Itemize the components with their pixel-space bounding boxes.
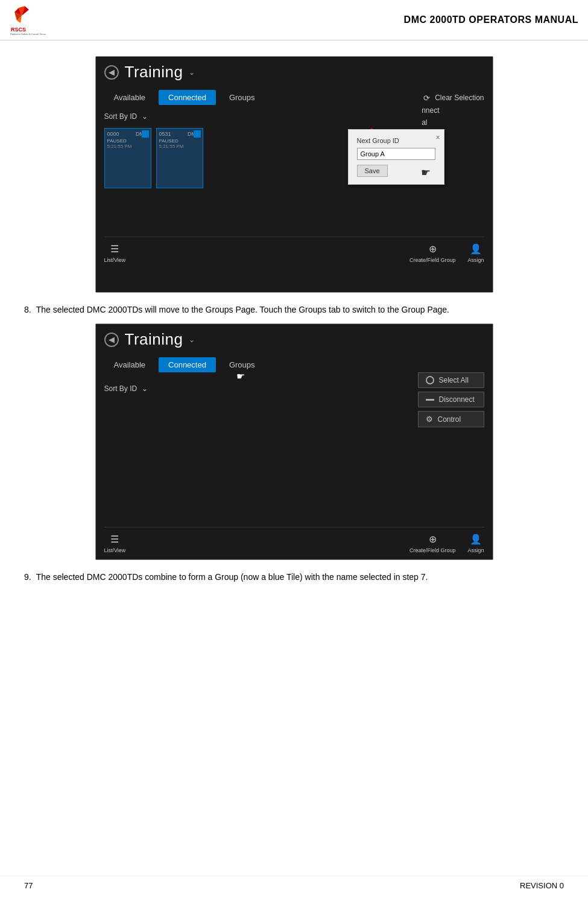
assign-label-2: Assign (467, 547, 484, 553)
app-header-1: ◀ Training ⌄ (104, 63, 484, 81)
rscs-logo: RSCS Radiation Safety & Control Services (10, 5, 46, 35)
screenshot-2: ◀ Training ⌄ Available Connected Groups … (95, 323, 493, 560)
clear-selection-btn[interactable]: ⟳ Clear Selection (422, 93, 484, 103)
tile-time-2: 5:21:55 PM (159, 144, 200, 149)
screenshot-1: ◀ Training ⌄ Available Connected Groups … (95, 56, 493, 293)
create-group-icon-2: ⊕ (426, 532, 439, 546)
list-icon-2: ☰ (108, 532, 121, 546)
create-group-icon: ⊕ (426, 242, 439, 255)
back-button-1[interactable]: ◀ (104, 65, 119, 80)
bottom-right-btns-2: ⊕ Create/Field Group 👤 Assign (409, 532, 484, 553)
cursor-hand-groups: ☛ (236, 371, 245, 382)
svg-text:Radiation Safety & Control Ser: Radiation Safety & Control Services (10, 33, 46, 35)
gear-icon: ⚙ (426, 415, 433, 424)
list-all-label: List/View (104, 257, 126, 263)
tile-status-2: PAUSED (159, 138, 200, 144)
dialog-close-btn[interactable]: × (435, 133, 440, 142)
tile-checkbox-1 (142, 130, 149, 138)
tab-connected-1[interactable]: Connected (159, 90, 216, 105)
dropdown-arrow-2[interactable]: ⌄ (189, 336, 195, 344)
cursor-hand-icon: ☛ (421, 166, 431, 179)
assign-icon: 👤 (469, 242, 482, 255)
tab-groups-1[interactable]: Groups (220, 90, 265, 105)
tab-available-2[interactable]: Available (104, 357, 156, 372)
select-all-btn[interactable]: Select All (418, 372, 484, 388)
connect-partial-label: nnect (422, 106, 439, 115)
connect-partial-btn[interactable]: nnect (422, 106, 484, 115)
group-id-input[interactable] (357, 148, 435, 160)
assign-btn-2[interactable]: 👤 Assign (467, 532, 484, 553)
step-8: 8. The selected DMC 2000TDs will move to… (24, 304, 564, 316)
device-tile-1[interactable]: 0000 DMC PAUSED 5:21:55 PM (104, 128, 151, 188)
back-button-2[interactable]: ◀ (104, 333, 119, 347)
step-8-number: 8. (24, 304, 31, 316)
create-field-group-label: Create/Field Group (409, 257, 456, 263)
page-number: 77 (24, 881, 33, 890)
sort-label-1: Sort By ID (104, 112, 138, 121)
app-ui-2: ◀ Training ⌄ Available Connected Groups … (96, 324, 493, 559)
revision-text: REVISION 0 (520, 881, 564, 890)
bottom-right-btns: ⊕ Create/Field Group 👤 Assign (409, 242, 484, 263)
group-id-dialog: × Next Group ID Save ☛ (348, 129, 444, 185)
list-icon: ☰ (108, 242, 121, 255)
app-bottom-2: ☰ List/View ⊕ Create/Field Group 👤 Assig… (104, 527, 484, 553)
assign-btn[interactable]: 👤 Assign (467, 242, 484, 263)
control-btn[interactable]: ⚙ Control (418, 411, 484, 427)
tab-available-1[interactable]: Available (104, 90, 156, 105)
assign-icon-2: 👤 (469, 532, 482, 546)
assign-label: Assign (467, 257, 484, 263)
step-9: 9. The selected DMC 2000TDs combine to f… (24, 571, 564, 584)
step-9-number: 9. (24, 571, 31, 584)
logo-area: RSCS Radiation Safety & Control Services (10, 5, 46, 35)
sort-label-2: Sort By ID (104, 384, 138, 393)
svg-text:RSCS: RSCS (11, 27, 26, 33)
dialog-title: Next Group ID (357, 137, 435, 144)
page-footer: 77 REVISION 0 (0, 876, 588, 895)
list-all-btn[interactable]: ☰ List/View (104, 242, 126, 263)
app-bottom-1: ☰ List/View ⊕ Create/Field Group 👤 Assig… (104, 237, 484, 263)
disconnect-label: Disconnect (439, 395, 475, 404)
clear-selection-label: Clear Selection (435, 94, 484, 102)
tile-id-1: 0000 (107, 131, 119, 137)
list-all-btn-2[interactable]: ☰ List/View (104, 532, 126, 553)
create-field-group-btn[interactable]: ⊕ Create/Field Group (409, 242, 456, 263)
select-all-label: Select All (439, 376, 469, 384)
disconnect-btn[interactable]: Disconnect (418, 392, 484, 407)
tile-id-2: 0531 (159, 131, 171, 137)
sort-dropdown-2[interactable]: ⌄ (142, 384, 148, 393)
dropdown-arrow-1[interactable]: ⌄ (189, 68, 195, 77)
control-label: Control (438, 415, 461, 424)
tile-time-1: 5:21:55 PM (107, 144, 148, 149)
device-tile-2[interactable]: 0531 DMC PAUSED 5:21:55 PM (156, 128, 203, 188)
disconnect-icon (426, 399, 434, 401)
refresh-icon: ⟳ (422, 93, 431, 103)
create-field-group-btn-2[interactable]: ⊕ Create/Field Group (409, 532, 456, 553)
tab-groups-2[interactable]: Groups ☛ (220, 357, 265, 372)
tab-connected-2[interactable]: Connected (159, 357, 216, 372)
tile-checkbox-2 (194, 130, 201, 138)
main-content: ◀ Training ⌄ Available Connected Groups … (0, 40, 588, 617)
el-partial-label: al (422, 118, 427, 127)
app-ui-1: ◀ Training ⌄ Available Connected Groups … (96, 57, 493, 292)
page-title: DMC 2000TD OPERATORS MANUAL (404, 14, 578, 25)
tab-bar-2: Available Connected Groups ☛ (104, 357, 484, 372)
dialog-save-btn[interactable]: Save (357, 165, 388, 177)
el-partial-btn[interactable]: al (422, 118, 484, 127)
select-all-icon (426, 376, 434, 384)
app-title-1: Training (125, 63, 183, 81)
app-title-2: Training (125, 330, 183, 349)
step-9-text: The selected DMC 2000TDs combine to form… (36, 571, 428, 584)
right-panel-1: ⟳ Clear Selection nnect al (422, 93, 484, 127)
app-header-2: ◀ Training ⌄ (104, 330, 484, 349)
right-panel-2: Select All Disconnect ⚙ Control (418, 372, 484, 427)
page-header: RSCS Radiation Safety & Control Services… (0, 0, 588, 40)
sort-dropdown-1[interactable]: ⌄ (142, 112, 148, 121)
tile-status-1: PAUSED (107, 138, 148, 144)
list-all-label-2: List/View (104, 547, 126, 553)
create-field-group-label-2: Create/Field Group (409, 547, 456, 553)
step-8-text: The selected DMC 2000TDs will move to th… (36, 304, 449, 316)
